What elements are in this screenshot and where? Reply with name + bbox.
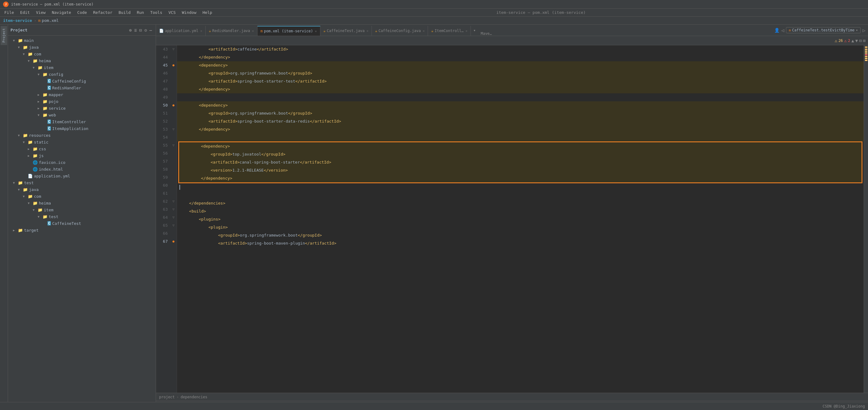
tree-item-test-java[interactable]: ▼ 📁 java (8, 186, 156, 193)
tab-icon: ☕ (375, 29, 377, 33)
tree-item-target[interactable]: ▶ 📁 target (8, 227, 156, 234)
line-num-56: 56 (157, 149, 168, 158)
tree-item-resources[interactable]: ▼ 📁 resources (8, 132, 156, 139)
menu-help[interactable]: Help (199, 9, 215, 15)
tree-item-config[interactable]: ▼ 📁 config (8, 71, 156, 78)
tree-label: CaffeineConfig (52, 79, 86, 83)
tree-item-test[interactable]: ▼ 📁 test (8, 179, 156, 186)
tab-label: CaffeineConfig.java (378, 29, 421, 33)
nav-back-icon[interactable]: ◁ (781, 27, 784, 33)
line-num-67: 67 (157, 238, 168, 245)
folder-arrow: ▶ (38, 100, 42, 103)
tree-item-test-heima[interactable]: ▼ 📁 heima (8, 200, 156, 206)
code-line-45: <dependency> (177, 61, 864, 69)
folder-icon: 📁 (42, 113, 48, 117)
collapse-toolbar-icon[interactable]: ⊟ (859, 38, 862, 43)
close-icon[interactable]: ✕ (367, 29, 369, 33)
tab-redishandler[interactable]: ☕ RedisHandler.java ✕ (206, 26, 257, 36)
tree-item-caffeinetest[interactable]: C CaffeineTest (8, 220, 156, 227)
menu-vcs[interactable]: VCS (165, 9, 179, 15)
breadcrumb-dependencies-text[interactable]: dependencies (181, 395, 208, 399)
tree-item-com[interactable]: ▼ 📁 com (8, 50, 156, 57)
tab-more-button[interactable]: ▾ (471, 28, 478, 33)
gutter-45[interactable]: ● (170, 61, 177, 69)
menu-run[interactable]: Run (134, 9, 147, 15)
menu-build[interactable]: Build (116, 9, 134, 15)
tree-item-redishandler[interactable]: C RedisHandler (8, 84, 156, 91)
tab-icon: m (260, 29, 263, 33)
tree-item-caffeineconfig[interactable]: C CaffeineConfig (8, 78, 156, 84)
code-line-47: <artifactId>spring-boot-starter-test</ar… (177, 77, 864, 85)
code-line-60 (177, 183, 864, 191)
menu-edit[interactable]: Edit (17, 9, 33, 15)
tree-item-main[interactable]: ▼ 📁 main (8, 37, 156, 44)
scope-icon[interactable]: ⊕ (129, 28, 132, 33)
folder-icon: 📁 (42, 72, 48, 77)
tab-caffeinetest[interactable]: ☕ CaffeineTest.java ✕ (320, 26, 372, 36)
menu-navigate[interactable]: Navigate (49, 9, 74, 15)
menu-file[interactable]: File (1, 9, 17, 15)
line-num-50: 50 (157, 101, 168, 109)
tree-item-favicon[interactable]: 🌐 favicon.ico (8, 159, 156, 166)
run-config-dropdown[interactable]: m CaffeineTest.testEvictByTime ▾ (786, 27, 861, 33)
tree-item-css[interactable]: ▶ 📁 css (8, 145, 156, 152)
gutter-48 (170, 85, 177, 93)
tree-item-heima[interactable]: ▼ 📁 heima (8, 57, 156, 64)
tree-item-item[interactable]: ▼ 📁 item (8, 64, 156, 71)
up-arrow-icon[interactable]: ▲ (851, 38, 854, 43)
menu-bar: File Edit View Navigate Code Refactor Bu… (0, 9, 868, 16)
tree-item-test-folder[interactable]: ▼ 📁 test (8, 213, 156, 220)
project-tab-label[interactable]: Project (1, 26, 7, 45)
collapse-icon[interactable]: ≡ (134, 28, 136, 33)
gutter-50[interactable]: ● (170, 101, 177, 109)
expand-icon[interactable]: ⊟ (140, 28, 142, 33)
tree-item-test-com[interactable]: ▼ 📁 com (8, 193, 156, 200)
nav-forward-icon[interactable]: ▷ (863, 27, 866, 33)
tree-item-mapper[interactable]: ▶ 📁 mapper (8, 91, 156, 98)
code-line-55: <dependency> (178, 141, 863, 150)
expand-toolbar-icon[interactable]: ⊞ (863, 38, 866, 43)
maven-label[interactable]: Mave… (478, 31, 494, 36)
down-arrow-icon[interactable]: ▼ (855, 38, 858, 43)
error-icon: ⚠ (844, 38, 847, 43)
close-icon[interactable]: ✕ (200, 29, 202, 33)
tree-item-itemapplication[interactable]: C ItemApplication (8, 125, 156, 132)
right-scrollbar[interactable] (864, 45, 868, 393)
tab-itemcontroller[interactable]: ☕ ItemControll… ✕ (428, 26, 471, 36)
tree-item-pojo[interactable]: ▶ 📁 pojo (8, 98, 156, 105)
tree-item-service[interactable]: ▶ 📁 service (8, 105, 156, 111)
settings-icon[interactable]: ⚙ (144, 28, 147, 33)
line-num-43: 43 (157, 45, 168, 53)
tree-item-indexhtml[interactable]: 🌐 index.html (8, 166, 156, 172)
user-icon[interactable]: 👤 (774, 28, 779, 33)
breadcrumb-project-text[interactable]: project (159, 395, 175, 399)
tree-item-static[interactable]: ▼ 📁 static (8, 139, 156, 145)
minimize-icon[interactable]: — (150, 28, 152, 33)
gutter-67[interactable]: ● (170, 238, 177, 245)
close-icon[interactable]: ✕ (252, 29, 254, 33)
tree-item-test-item[interactable]: ▼ 📁 item (8, 206, 156, 213)
tree-item-web[interactable]: ▼ 📁 web (8, 111, 156, 118)
close-icon[interactable]: ✕ (465, 29, 467, 33)
tree-item-js[interactable]: ▶ 📁 js (8, 152, 156, 159)
menu-refactor[interactable]: Refactor (90, 9, 116, 15)
tree-item-java[interactable]: ▼ 📁 java (8, 44, 156, 50)
gutter-58 (170, 165, 177, 173)
breadcrumb-project[interactable]: item-service (3, 18, 32, 23)
menu-view[interactable]: View (33, 9, 49, 15)
folder-icon: 📁 (42, 93, 48, 97)
folder-icon: 📁 (42, 214, 48, 219)
tab-caffeineconfig[interactable]: ☕ CaffeineConfig.java ✕ (372, 26, 428, 36)
tree-label: heima (39, 201, 51, 205)
menu-tools[interactable]: Tools (147, 9, 165, 15)
close-icon[interactable]: ✕ (315, 29, 317, 33)
tab-appyml[interactable]: 📄 application.yml ✕ (156, 26, 206, 36)
tab-pomxml[interactable]: m pom.xml (item-service) ✕ (257, 26, 320, 36)
code-line-64: <plugins> (177, 215, 864, 223)
menu-window[interactable]: Window (179, 9, 199, 15)
code-content[interactable]: <artifactId>caffeine</artifactId> </depe… (177, 45, 864, 393)
tree-item-appyml[interactable]: 📄 application.yml (8, 172, 156, 179)
close-icon[interactable]: ✕ (423, 29, 425, 33)
tree-item-itemcontroller[interactable]: C ItemController (8, 118, 156, 125)
menu-code[interactable]: Code (74, 9, 90, 15)
